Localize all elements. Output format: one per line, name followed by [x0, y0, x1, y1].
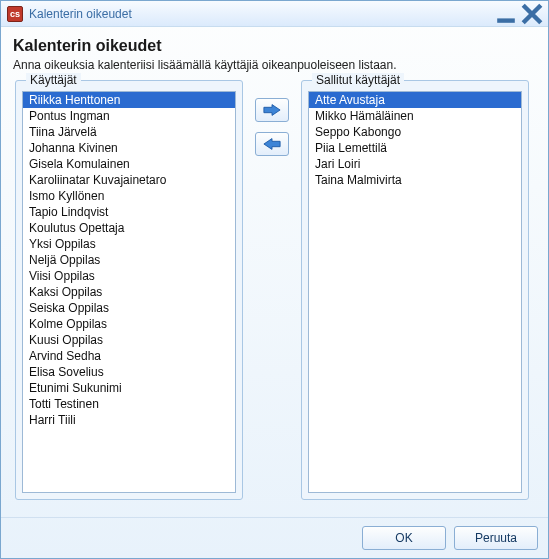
- list-item[interactable]: Pontus Ingman: [23, 108, 235, 124]
- list-item[interactable]: Kolme Oppilas: [23, 316, 235, 332]
- allowed-listbox[interactable]: Atte AvustajaMikko HämäläinenSeppo Kabon…: [308, 91, 522, 493]
- list-item[interactable]: Tapio Lindqvist: [23, 204, 235, 220]
- list-item[interactable]: Atte Avustaja: [309, 92, 521, 108]
- close-icon: [521, 3, 543, 25]
- list-item[interactable]: Seiska Oppilas: [23, 300, 235, 316]
- dialog-content: Kalenterin oikeudet Anna oikeuksia kalen…: [1, 27, 548, 517]
- dialog-footer: OK Peruuta: [1, 517, 548, 558]
- list-item[interactable]: Viisi Oppilas: [23, 268, 235, 284]
- list-item[interactable]: Etunimi Sukunimi: [23, 380, 235, 396]
- list-item[interactable]: Yksi Oppilas: [23, 236, 235, 252]
- list-item[interactable]: Arvind Sedha: [23, 348, 235, 364]
- list-item[interactable]: Taina Malmivirta: [309, 172, 521, 188]
- list-item[interactable]: Elisa Sovelius: [23, 364, 235, 380]
- arrow-right-icon: [263, 103, 281, 117]
- dialog-window: cs Kalenterin oikeudet Kalenterin oikeud…: [0, 0, 549, 559]
- users-listbox[interactable]: Riikka HenttonenPontus IngmanTiina Järve…: [22, 91, 236, 493]
- list-item[interactable]: Johanna Kivinen: [23, 140, 235, 156]
- list-item[interactable]: Kaksi Oppilas: [23, 284, 235, 300]
- minimize-button[interactable]: [494, 5, 518, 23]
- window-title: Kalenterin oikeudet: [29, 7, 492, 21]
- list-item[interactable]: Koulutus Opettaja: [23, 220, 235, 236]
- remove-user-button[interactable]: [255, 132, 289, 156]
- list-item[interactable]: Neljä Oppilas: [23, 252, 235, 268]
- dialog-title: Kalenterin oikeudet: [13, 37, 536, 55]
- list-item[interactable]: Kuusi Oppilas: [23, 332, 235, 348]
- list-item[interactable]: Ismo Kyllönen: [23, 188, 235, 204]
- list-item[interactable]: Mikko Hämäläinen: [309, 108, 521, 124]
- list-item[interactable]: Totti Testinen: [23, 396, 235, 412]
- svg-rect-0: [497, 18, 515, 22]
- cancel-button[interactable]: Peruuta: [454, 526, 538, 550]
- list-item[interactable]: Harri Tiili: [23, 412, 235, 428]
- list-item[interactable]: Jari Loiri: [309, 156, 521, 172]
- allowed-fieldset: Sallitut käyttäjät Atte AvustajaMikko Hä…: [301, 80, 529, 500]
- arrow-left-icon: [263, 137, 281, 151]
- close-button[interactable]: [520, 5, 544, 23]
- minimize-icon: [495, 3, 517, 25]
- list-item[interactable]: Gisela Komulainen: [23, 156, 235, 172]
- list-item[interactable]: Tiina Järvelä: [23, 124, 235, 140]
- dialog-subtitle: Anna oikeuksia kalenteriisi lisäämällä k…: [13, 58, 536, 72]
- users-fieldset: Käyttäjät Riikka HenttonenPontus IngmanT…: [15, 80, 243, 500]
- titlebar: cs Kalenterin oikeudet: [1, 1, 548, 27]
- ok-button[interactable]: OK: [362, 526, 446, 550]
- allowed-legend: Sallitut käyttäjät: [312, 73, 404, 87]
- add-user-button[interactable]: [255, 98, 289, 122]
- arrow-controls: [245, 80, 299, 509]
- list-item[interactable]: Seppo Kabongo: [309, 124, 521, 140]
- list-item[interactable]: Piia Lemettilä: [309, 140, 521, 156]
- header-section: Kalenterin oikeudet Anna oikeuksia kalen…: [13, 37, 536, 72]
- app-icon: cs: [7, 6, 23, 22]
- lists-area: Käyttäjät Riikka HenttonenPontus IngmanT…: [13, 80, 536, 509]
- list-item[interactable]: Riikka Henttonen: [23, 92, 235, 108]
- users-legend: Käyttäjät: [26, 73, 81, 87]
- list-item[interactable]: Karoliinatar Kuvajainetaro: [23, 172, 235, 188]
